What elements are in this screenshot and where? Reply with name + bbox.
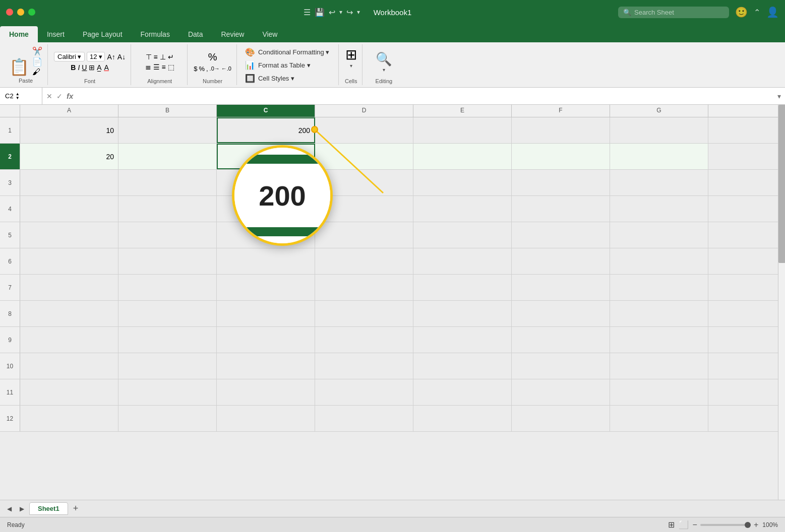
cell-g1[interactable]	[610, 117, 708, 143]
cell-b9[interactable]	[118, 327, 217, 353]
row-num-11[interactable]: 11	[0, 379, 20, 405]
border-icon[interactable]: ⊞	[89, 63, 95, 72]
col-header-c[interactable]: C	[217, 105, 315, 117]
cell-a5[interactable]	[20, 222, 118, 248]
cell-g3[interactable]	[610, 170, 708, 195]
comma-icon[interactable]: ,	[206, 65, 208, 73]
cell-e8[interactable]	[413, 301, 512, 326]
insert-function-icon[interactable]: fx	[67, 92, 73, 100]
search-bar[interactable]: 🔍 Search Sheet	[618, 7, 729, 18]
cell-styles-button[interactable]: 🔲 Cell Styles ▾	[243, 73, 333, 84]
cell-g7[interactable]	[610, 275, 708, 300]
sheet-nav-prev[interactable]: ◀	[4, 504, 15, 513]
merge-icon[interactable]: ⬚	[168, 63, 174, 71]
cell-g5[interactable]	[610, 222, 708, 248]
cell-d8[interactable]	[315, 301, 413, 326]
vertical-scrollbar[interactable]	[778, 105, 785, 500]
normal-view-icon[interactable]: ⊞	[668, 520, 675, 529]
cell-g8[interactable]	[610, 301, 708, 326]
align-right-icon[interactable]: ≡	[162, 63, 166, 71]
cell-d1[interactable]	[315, 117, 413, 143]
tab-review[interactable]: Review	[212, 26, 253, 42]
align-left-icon[interactable]: ≣	[145, 63, 151, 71]
cell-g2[interactable]	[610, 144, 708, 169]
row-num-7[interactable]: 7	[0, 275, 20, 300]
cell-a11[interactable]	[20, 379, 118, 405]
cell-c8[interactable]	[217, 301, 315, 326]
align-bottom-icon[interactable]: ⊥	[160, 53, 166, 61]
cell-a7[interactable]	[20, 275, 118, 300]
undo-dropdown-icon[interactable]: ▾	[339, 9, 342, 16]
format-as-table-button[interactable]: 📊 Format as Table ▾	[243, 59, 333, 71]
cell-b8[interactable]	[118, 301, 217, 326]
cell-g4[interactable]	[610, 196, 708, 222]
col-header-d[interactable]: D	[315, 105, 413, 117]
emoji-icon[interactable]: 🙂	[735, 6, 748, 18]
cell-a10[interactable]	[20, 353, 118, 379]
cell-d9[interactable]	[315, 327, 413, 353]
cell-a2[interactable]: 20	[20, 144, 118, 169]
cell-e10[interactable]	[413, 353, 512, 379]
cell-d10[interactable]	[315, 353, 413, 379]
col-header-b[interactable]: B	[118, 105, 217, 117]
cell-f7[interactable]	[512, 275, 610, 300]
cell-a1[interactable]: 10	[20, 117, 118, 143]
zoom-slider[interactable]	[700, 524, 751, 526]
cell-e12[interactable]	[413, 406, 512, 431]
undo-icon[interactable]: ↩	[329, 8, 335, 17]
col-header-g[interactable]: G	[610, 105, 708, 117]
decrease-font-icon[interactable]: A↓	[117, 53, 126, 61]
percent-icon[interactable]: %	[199, 65, 205, 73]
cell-c11[interactable]	[217, 379, 315, 405]
cell-d6[interactable]	[315, 248, 413, 274]
zoom-in-button[interactable]: +	[754, 520, 758, 529]
cell-b7[interactable]	[118, 275, 217, 300]
paste-icon[interactable]: 📋	[9, 57, 29, 77]
row-num-6[interactable]: 6	[0, 248, 20, 274]
cell-a12[interactable]	[20, 406, 118, 431]
cell-d11[interactable]	[315, 379, 413, 405]
tab-home[interactable]: Home	[0, 26, 38, 42]
row-num-9[interactable]: 9	[0, 327, 20, 353]
confirm-formula-icon[interactable]: ✓	[56, 92, 63, 100]
cell-b5[interactable]	[118, 222, 217, 248]
maximize-button[interactable]	[28, 9, 35, 16]
tab-view[interactable]: View	[253, 26, 286, 42]
col-header-e[interactable]: E	[413, 105, 512, 117]
col-header-f[interactable]: F	[512, 105, 610, 117]
font-color-icon[interactable]: A	[104, 63, 108, 72]
cell-f6[interactable]	[512, 248, 610, 274]
cell-a9[interactable]	[20, 327, 118, 353]
cell-a3[interactable]	[20, 170, 118, 195]
cell-b11[interactable]	[118, 379, 217, 405]
cell-e4[interactable]	[413, 196, 512, 222]
cell-e2[interactable]	[413, 144, 512, 169]
col-header-a[interactable]: A	[20, 105, 118, 117]
align-middle-icon[interactable]: ≡	[154, 53, 158, 61]
underline-icon[interactable]: U	[82, 63, 87, 72]
cut-icon[interactable]: ✂️	[32, 46, 42, 56]
cell-g12[interactable]	[610, 406, 708, 431]
bold-icon[interactable]: B	[71, 63, 76, 72]
cell-e3[interactable]	[413, 170, 512, 195]
cell-c1[interactable]: 200	[217, 117, 315, 143]
cell-f9[interactable]	[512, 327, 610, 353]
cell-e9[interactable]	[413, 327, 512, 353]
cell-f8[interactable]	[512, 301, 610, 326]
cell-b4[interactable]	[118, 196, 217, 222]
row-num-10[interactable]: 10	[0, 353, 20, 379]
row-num-8[interactable]: 8	[0, 301, 20, 326]
user-profile-icon[interactable]: 👤	[766, 6, 779, 18]
cell-e7[interactable]	[413, 275, 512, 300]
scrollbar-thumb[interactable]	[778, 105, 785, 263]
wrap-text-icon[interactable]: ↵	[168, 53, 174, 61]
cell-f1[interactable]	[512, 117, 610, 143]
tab-page-layout[interactable]: Page Layout	[74, 26, 132, 42]
cell-b3[interactable]	[118, 170, 217, 195]
sheet-nav-next[interactable]: ▶	[17, 504, 27, 513]
cell-f12[interactable]	[512, 406, 610, 431]
cell-c6[interactable]	[217, 248, 315, 274]
increase-font-icon[interactable]: A↑	[107, 53, 115, 61]
cell-c12[interactable]	[217, 406, 315, 431]
row-num-1[interactable]: 1	[0, 117, 20, 143]
